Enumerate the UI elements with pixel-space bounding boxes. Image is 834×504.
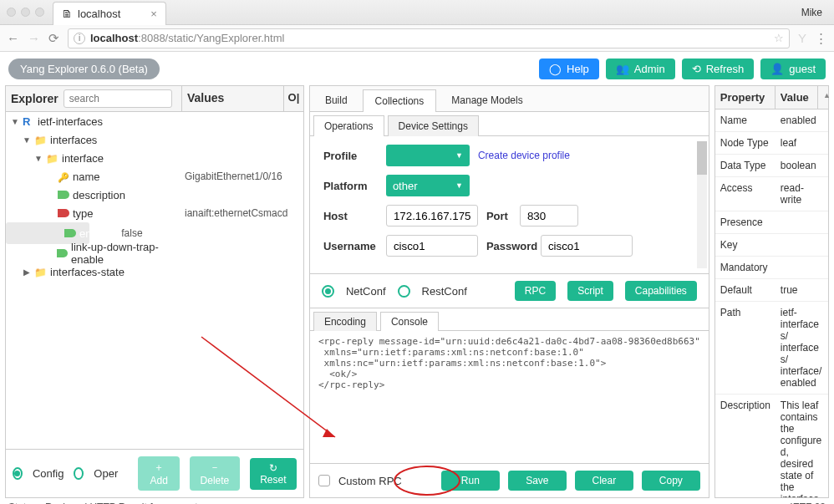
oper-radio[interactable] — [74, 467, 84, 480]
explorer-title: Explorer — [11, 92, 58, 105]
console-output: <rpc-reply message-id="urn:uuid:de6c4a21… — [310, 331, 709, 463]
property-value: read-write — [776, 177, 828, 211]
platform-label: Platform — [323, 180, 378, 192]
tree-row[interactable]: link-up-down-trap-enable — [6, 244, 303, 262]
reload-icon[interactable]: ⟳ — [48, 31, 59, 46]
script-button[interactable]: Script — [567, 281, 613, 301]
search-input[interactable] — [64, 89, 172, 108]
tree-row[interactable]: ▶interfaces-state — [6, 262, 303, 281]
tree-row[interactable]: ▼interface — [6, 149, 303, 167]
app-version-badge: Yang Explorer 0.6.0 (Beta) — [8, 59, 160, 79]
device-form: Profile Create device profile Platform o… — [310, 136, 709, 274]
delete-button[interactable]: － Delete — [190, 456, 240, 491]
tab-encoding[interactable]: Encoding — [313, 312, 377, 331]
guest-button[interactable]: 👤guest — [760, 59, 826, 79]
tab-build[interactable]: Build — [313, 89, 359, 112]
scroll-up-icon[interactable]: ▲ — [817, 86, 828, 109]
help-button[interactable]: ◯Help — [539, 59, 599, 79]
property-row: DescriptionThis leaf contains the config… — [715, 395, 828, 497]
leaf-icon — [64, 229, 76, 237]
browser-profile[interactable]: Mike — [801, 7, 827, 18]
property-name: Path — [715, 302, 776, 394]
subtab-device-settings[interactable]: Device Settings — [388, 115, 479, 136]
run-button[interactable]: Run — [441, 471, 500, 491]
custom-rpc-label: Custom RPC — [338, 475, 402, 487]
password-input[interactable] — [541, 235, 633, 257]
profile-label: Profile — [323, 150, 378, 162]
rpc-button[interactable]: RPC — [515, 281, 556, 301]
bookmark-icon[interactable]: ☆ — [774, 32, 784, 44]
tab-collections[interactable]: Collections — [363, 89, 437, 112]
tree-row[interactable]: ▼interfaces — [6, 130, 303, 149]
config-radio[interactable] — [13, 467, 23, 480]
status-bar: Status : Recieved HTTP Result for reques… — [0, 498, 834, 504]
property-row: Pathietf-interfaces/ interfaces/ interfa… — [715, 302, 828, 395]
capabilities-button[interactable]: Capabilities — [625, 281, 697, 301]
host-label: Host — [323, 210, 378, 222]
profile-select[interactable] — [386, 145, 470, 166]
operations-panel: Build Collections Manage Models Operatio… — [309, 85, 709, 498]
back-icon[interactable]: ← — [7, 31, 19, 45]
refresh-icon: ⟲ — [692, 63, 701, 75]
close-tab-icon[interactable]: × — [150, 8, 157, 20]
leaf-icon — [58, 209, 69, 217]
url-host: localhost — [90, 32, 138, 44]
app-toolbar: Yang Explorer 0.6.0 (Beta) ◯Help 👥Admin … — [0, 52, 834, 85]
custom-rpc-checkbox[interactable] — [318, 475, 330, 486]
tree-row[interactable]: description — [6, 186, 303, 204]
site-info-icon[interactable]: i — [74, 33, 85, 44]
add-button[interactable]: ＋ Add — [138, 456, 180, 491]
admin-button[interactable]: 👥Admin — [606, 59, 675, 79]
port-input[interactable] — [520, 205, 578, 227]
property-name: Name — [715, 109, 776, 131]
property-value: enabled — [776, 109, 828, 131]
property-name: Key — [715, 234, 776, 256]
refresh-button[interactable]: ⟲Refresh — [682, 59, 755, 79]
create-profile-link[interactable]: Create device profile — [478, 150, 570, 161]
url-input[interactable]: i localhost :8088/static/YangExplorer.ht… — [68, 28, 790, 48]
property-row: Presence — [715, 211, 828, 234]
reset-button[interactable]: ↻ Reset — [250, 458, 297, 490]
maximize-window-icon[interactable] — [35, 8, 44, 17]
extension-icon[interactable]: Y — [798, 31, 806, 45]
menu-icon[interactable]: ⋮ — [815, 31, 827, 46]
property-panel: Property Value ▲ NameenabledNode Typelea… — [714, 85, 829, 498]
save-button[interactable]: Save — [508, 471, 567, 491]
platform-select[interactable]: other — [386, 175, 470, 196]
clear-button[interactable]: Clear — [575, 471, 633, 491]
tab-title: localhost — [78, 8, 120, 20]
address-bar: ← → ⟳ i localhost :8088/static/YangExplo… — [0, 25, 834, 52]
close-window-icon[interactable] — [7, 8, 16, 17]
restconf-radio[interactable] — [398, 285, 410, 298]
copy-button[interactable]: Copy — [642, 471, 700, 491]
forward-icon[interactable]: → — [28, 31, 40, 45]
property-name: Presence — [715, 211, 776, 233]
tab-manage-models[interactable]: Manage Models — [440, 89, 534, 112]
oper-label: Oper — [94, 467, 118, 480]
leaf-icon — [57, 249, 68, 257]
netconf-radio[interactable] — [322, 285, 334, 298]
restconf-label: RestConf — [422, 285, 467, 298]
container-icon — [34, 266, 47, 278]
tab-console[interactable]: Console — [380, 312, 439, 331]
yang-tree: ▼Rietf-interfaces ▼interfaces ▼interface… — [6, 112, 303, 449]
minimize-window-icon[interactable] — [21, 8, 30, 17]
username-input[interactable] — [386, 235, 478, 257]
subtab-operations[interactable]: Operations — [313, 115, 384, 136]
property-value: true — [776, 279, 828, 301]
list-icon — [46, 152, 58, 165]
browser-tab[interactable]: 🗎 localhost × — [53, 2, 166, 25]
tree-row[interactable]: nameGigabitEthernet1/0/16 — [6, 167, 303, 186]
values-column-header: Values — [181, 86, 283, 111]
property-row: Key — [715, 234, 828, 257]
netconf-label: NetConf — [346, 285, 386, 298]
port-label: Port — [486, 210, 511, 222]
tree-row[interactable]: typeianaift:ethernetCsmacd — [6, 204, 303, 222]
page-icon: 🗎 — [62, 8, 73, 20]
module-icon: R — [23, 115, 34, 128]
github-icon: ◯ — [549, 63, 562, 75]
tree-row[interactable]: ▼Rietf-interfaces — [6, 112, 303, 130]
property-value: leaf — [776, 132, 828, 154]
scrollbar-thumb[interactable] — [697, 141, 707, 175]
host-input[interactable] — [386, 205, 478, 227]
